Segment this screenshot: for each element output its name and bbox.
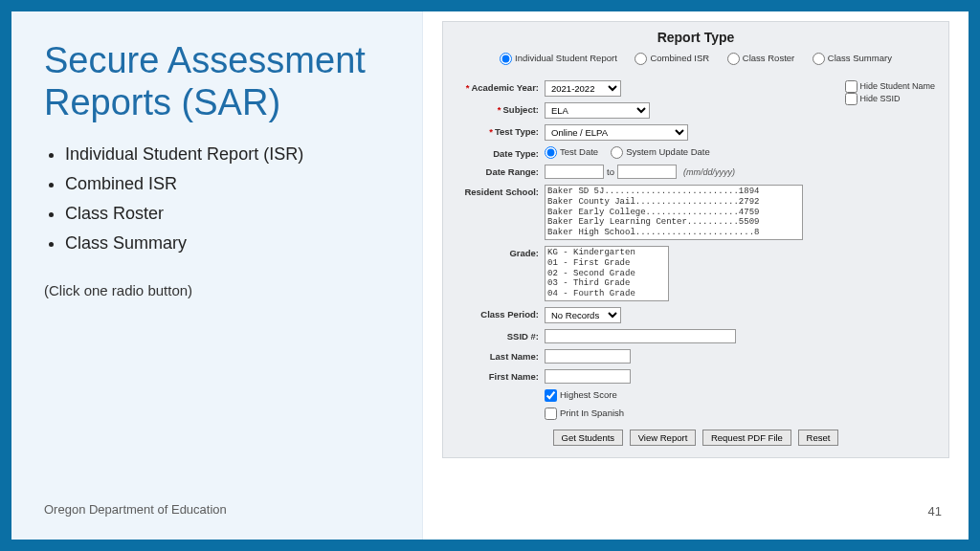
first-name-label: First Name: [451, 369, 545, 382]
hide-options: Hide Student Name Hide SSID [845, 80, 935, 105]
highest-score-label: Highest Score [560, 389, 617, 400]
test-date-label: Test Date [560, 146, 598, 157]
slide-title: Secure Assessment Reports (SAR) [44, 40, 395, 123]
hint-text: (Click one radio button) [44, 282, 395, 298]
class-period-select[interactable]: No Records [545, 307, 621, 323]
academic-year-label: Academic Year: [451, 80, 545, 93]
date-type-label: Date Type: [451, 146, 545, 159]
radio-combined-label: Combined ISR [650, 53, 709, 63]
highest-score-checkbox[interactable]: Highest Score [545, 389, 941, 402]
page-number: 41 [928, 504, 942, 518]
get-students-button[interactable]: Get Students [553, 430, 623, 446]
date-range-label: Date Range: [451, 165, 545, 177]
reset-button[interactable]: Reset [798, 430, 839, 446]
left-panel: Secure Assessment Reports (SAR) Individu… [11, 11, 423, 540]
print-spanish-checkbox[interactable]: Print In Spanish [545, 408, 941, 420]
ssid-input[interactable] [545, 329, 736, 343]
date-format-hint: (mm/dd/yyyy) [683, 167, 735, 177]
radio-combined[interactable]: Combined ISR [635, 53, 709, 63]
hide-student-name-checkbox[interactable]: Hide Student Name [845, 80, 935, 93]
first-name-input[interactable] [545, 369, 631, 384]
bullet-item: Individual Student Report (ISR) [65, 144, 395, 165]
hide-name-label: Hide Student Name [859, 81, 935, 91]
system-date-radio[interactable]: System Update Date [611, 146, 710, 159]
to-label: to [607, 166, 614, 177]
bullet-item: Class Roster [65, 204, 395, 224]
form-title: Report Type [451, 26, 941, 51]
system-date-label: System Update Date [626, 146, 710, 157]
radio-summary[interactable]: Class Summary [813, 53, 892, 63]
test-type-select[interactable]: Online / ELPA [545, 124, 688, 141]
radio-roster[interactable]: Class Roster [727, 53, 794, 63]
subject-select[interactable]: ELA [545, 102, 650, 119]
subject-label: Subject: [451, 102, 545, 115]
test-type-label: Test Type: [451, 124, 545, 137]
grade-listbox[interactable]: KG - Kindergarten 01 - First Grade 02 - … [545, 246, 669, 301]
resident-school-label: Resident School: [451, 185, 545, 197]
last-name-input[interactable] [545, 349, 631, 364]
form-box: Report Type Individual Student Report Co… [442, 21, 949, 458]
grade-label: Grade: [451, 246, 545, 258]
print-spanish-label: Print In Spanish [560, 408, 624, 418]
view-report-button[interactable]: View Report [630, 430, 697, 446]
date-from-input[interactable] [545, 165, 604, 179]
button-row: Get Students View Report Request PDF Fil… [451, 430, 941, 446]
radio-roster-label: Class Roster [743, 53, 794, 63]
bullet-item: Combined ISR [65, 174, 395, 194]
footer-text: Oregon Department of Education [44, 502, 395, 517]
radio-summary-label: Class Summary [828, 53, 892, 63]
test-date-radio[interactable]: Test Date [545, 146, 598, 159]
bullet-list: Individual Student Report (ISR) Combined… [44, 144, 395, 263]
resident-school-listbox[interactable]: Baker SD 5J..........................189… [545, 185, 803, 240]
request-pdf-button[interactable]: Request PDF File [702, 430, 791, 446]
ssid-label: SSID #: [451, 329, 545, 342]
last-name-label: Last Name: [451, 349, 545, 362]
academic-year-select[interactable]: 2021-2022 [545, 80, 621, 97]
report-type-radios: Individual Student Report Combined ISR C… [451, 51, 941, 75]
radio-isr-label: Individual Student Report [515, 53, 617, 63]
hide-ssid-label: Hide SSID [859, 94, 900, 103]
hide-ssid-checkbox[interactable]: Hide SSID [845, 93, 935, 105]
radio-isr[interactable]: Individual Student Report [500, 53, 617, 63]
right-panel: Report Type Individual Student Report Co… [423, 11, 969, 540]
date-to-input[interactable] [617, 165, 677, 179]
class-period-label: Class Period: [451, 307, 545, 320]
options-checks: Highest Score Print In Spanish [545, 389, 941, 420]
slide: Secure Assessment Reports (SAR) Individu… [11, 11, 969, 540]
bullet-item: Class Summary [65, 233, 395, 253]
form-body: Hide Student Name Hide SSID Academic Yea… [451, 75, 941, 446]
